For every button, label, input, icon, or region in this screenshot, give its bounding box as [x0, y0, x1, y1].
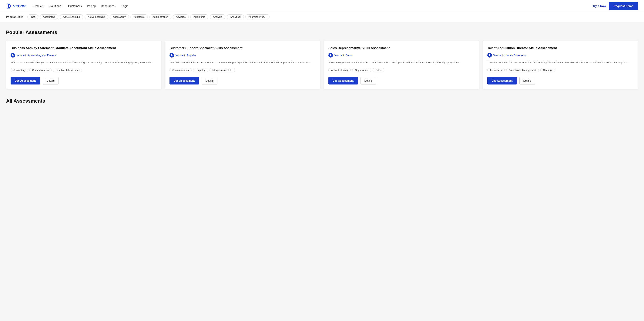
- popular-assessments-title: Popular Assessments: [6, 29, 638, 35]
- tag-empathy: Empathy: [193, 68, 208, 72]
- skill-pill-algorithms[interactable]: Algorithms: [190, 14, 208, 19]
- popular-skills-label: Popular Skills: [6, 15, 24, 18]
- svg-marker-4: [330, 54, 332, 56]
- tag-stakeholder-management: Stakeholder Management: [506, 68, 539, 72]
- tag-strategy: Strategy: [540, 68, 555, 72]
- card-2-title: Customer Support Specialist Skills Asses…: [170, 46, 316, 50]
- request-demo-button[interactable]: Request Demo: [609, 2, 638, 10]
- assessment-card-4: Talent Acquisition Director Skills Asses…: [483, 40, 638, 89]
- skill-pill-analysis[interactable]: Analysis: [210, 14, 225, 19]
- chevron-down-icon: ▾: [115, 5, 116, 7]
- vervoe-logo-icon: [10, 53, 15, 57]
- card-2-use-button[interactable]: Use Assessment: [170, 77, 199, 84]
- card-4-meta-text: Vervoe in Human Resources: [494, 54, 526, 56]
- card-1-description: This assessment will allow you to evalua…: [10, 60, 157, 65]
- card-3-title: Sales Representative Skills Assessment: [328, 46, 474, 50]
- try-it-now-link[interactable]: Try it Now: [592, 4, 606, 7]
- card-2-details-button[interactable]: Details: [202, 77, 218, 84]
- card-3-use-button[interactable]: Use Assessment: [328, 77, 358, 84]
- card-3-meta-text: Vervoe in Sales: [334, 54, 352, 56]
- tag-situational-judgement: Situational Judgement: [53, 68, 82, 72]
- tag-interpersonal: Interpersonal Skills: [210, 68, 235, 72]
- nav-right: Try it Now Request Demo: [592, 2, 638, 10]
- skills-filter-bar: Popular Skills .Net Accounting Active Le…: [0, 12, 644, 22]
- card-1-title: Business Activity Statement Graduate Acc…: [10, 46, 157, 50]
- svg-marker-3: [171, 54, 173, 56]
- skill-pill-active-listening[interactable]: Active Listening: [84, 14, 108, 19]
- assessment-card-1: Business Activity Statement Graduate Acc…: [6, 40, 161, 89]
- nav-solutions[interactable]: Solutions ▾: [50, 4, 63, 7]
- skill-pill-adwords[interactable]: Adwords: [173, 14, 189, 19]
- card-4-actions: Use Assessment Details: [487, 77, 634, 84]
- card-4-use-button[interactable]: Use Assessment: [487, 77, 517, 84]
- skill-pill-administration[interactable]: Administration: [149, 14, 171, 19]
- card-1-use-button[interactable]: Use Assessment: [10, 77, 40, 84]
- skill-pill-adaptable[interactable]: Adaptable: [130, 14, 148, 19]
- all-assessments-title: All Assessments: [6, 98, 638, 104]
- svg-marker-2: [12, 54, 14, 56]
- skill-pill-analytics-prod[interactable]: Analytics Prod...: [245, 14, 270, 19]
- popular-assessments-grid: Business Activity Statement Graduate Acc…: [6, 40, 638, 89]
- nav-customers[interactable]: Customers: [68, 4, 82, 7]
- assessment-card-2: Customer Support Specialist Skills Asses…: [165, 40, 320, 89]
- navbar: vervoe Product ▾ Solutions ▾ Customers P…: [0, 0, 644, 12]
- chevron-down-icon: ▾: [43, 5, 44, 7]
- vervoe-logo-icon: [170, 53, 174, 57]
- vervoe-logo-icon: [328, 53, 333, 57]
- tag-organization: Organization: [352, 68, 371, 72]
- card-3-tags: Active Listening Organization Sales: [328, 68, 474, 72]
- skill-pill-adaptability[interactable]: Adaptability: [110, 14, 129, 19]
- card-4-description: The skills tested in this assessment for…: [487, 60, 634, 65]
- nav-links: Product ▾ Solutions ▾ Customers Pricing …: [33, 4, 592, 7]
- card-1-tags: Accounting Communication Situational Jud…: [10, 68, 157, 72]
- card-4-meta: Vervoe in Human Resources: [487, 53, 634, 57]
- vervoe-logo-icon: [487, 53, 492, 57]
- logo-text: vervoe: [13, 3, 26, 8]
- nav-resources[interactable]: Resources ▾: [101, 4, 116, 7]
- skill-pill-accounting[interactable]: Accounting: [40, 14, 58, 19]
- nav-login[interactable]: Login: [121, 4, 128, 7]
- card-2-meta: Vervoe in Popular: [170, 53, 316, 57]
- svg-marker-5: [489, 54, 490, 56]
- nav-product[interactable]: Product ▾: [33, 4, 44, 7]
- main-content: Popular Assessments Business Activity St…: [0, 22, 644, 115]
- card-1-meta-text: Vervoe in Accounting and Finance: [16, 54, 56, 56]
- card-2-meta-text: Vervoe in Popular: [176, 54, 196, 56]
- nav-pricing[interactable]: Pricing: [87, 4, 96, 7]
- skill-pill-active-learning[interactable]: Active Learning: [60, 14, 83, 19]
- card-4-details-button[interactable]: Details: [520, 77, 536, 84]
- card-1-meta: Vervoe in Accounting and Finance: [10, 53, 157, 57]
- card-4-tags: Leadership Stakeholder Management Strate…: [487, 68, 634, 72]
- logo[interactable]: vervoe: [6, 3, 26, 9]
- skill-pill-analytical[interactable]: Analytical: [227, 14, 244, 19]
- card-3-details-button[interactable]: Details: [360, 77, 376, 84]
- card-3-actions: Use Assessment Details: [328, 77, 474, 84]
- skill-pill-net[interactable]: .Net: [27, 14, 38, 19]
- card-3-meta: Vervoe in Sales: [328, 53, 474, 57]
- tag-communication: Communication: [30, 68, 52, 72]
- tag-leadership: Leadership: [487, 68, 505, 72]
- chevron-down-icon: ▾: [62, 5, 63, 7]
- card-2-description: The skills tested in this assessment for…: [170, 60, 316, 65]
- tag-sales: Sales: [372, 68, 384, 72]
- tag-accounting: Accounting: [10, 68, 28, 72]
- card-1-actions: Use Assessment Details: [10, 77, 157, 84]
- card-3-description: You can expect to learn whether the cand…: [328, 60, 474, 65]
- card-4-title: Talent Acquisition Director Skills Asses…: [487, 46, 634, 50]
- assessment-card-3: Sales Representative Skills Assessment V…: [324, 40, 479, 89]
- card-2-tags: Communication Empathy Interpersonal Skil…: [170, 68, 316, 72]
- tag-active-listening: Active Listening: [328, 68, 351, 72]
- card-1-details-button[interactable]: Details: [43, 77, 59, 84]
- card-2-actions: Use Assessment Details: [170, 77, 316, 84]
- tag-communication: Communication: [170, 68, 192, 72]
